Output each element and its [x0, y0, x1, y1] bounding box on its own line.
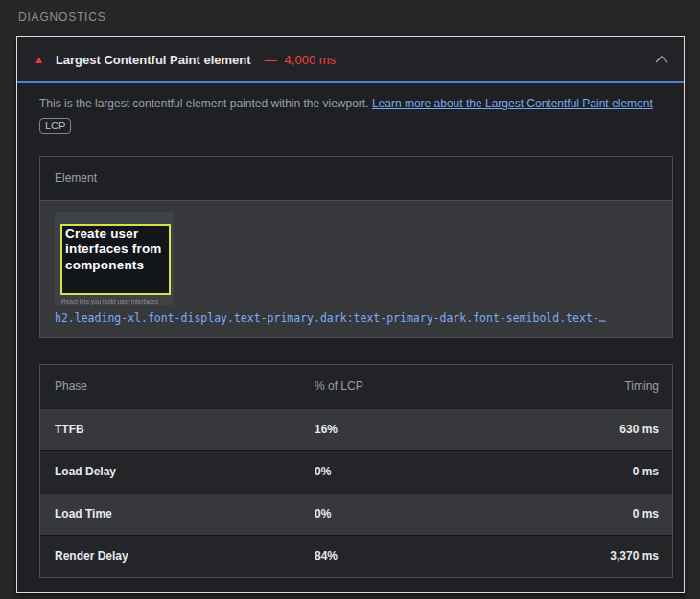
- table-row-load-time: Load Time 0% 0 ms: [40, 493, 672, 535]
- column-header-percent: % of LCP: [315, 380, 624, 393]
- element-preview-text: Create user interfaces from components: [65, 226, 166, 275]
- lcp-term-badge: LCP: [39, 118, 71, 134]
- learn-more-link[interactable]: Learn more about the Largest Contentful …: [372, 97, 653, 110]
- element-highlight-box: Create user interfaces from components: [60, 224, 171, 295]
- column-header-timing: Timing: [624, 380, 672, 393]
- element-css-selector[interactable]: h2.leading-xl.font-display.text-primary.…: [55, 311, 658, 325]
- element-preview-subtext: React lets you build user interfaces: [61, 298, 174, 305]
- element-screenshot-preview: Create user interfaces from components R…: [55, 212, 174, 305]
- phase-percent: 0%: [315, 465, 633, 478]
- table-row-load-delay: Load Delay 0% 0 ms: [40, 450, 672, 493]
- table-row-ttfb: TTFB 16% 630 ms: [40, 408, 672, 450]
- warning-triangle-icon: ▲: [34, 55, 44, 65]
- table-header-row: Phase % of LCP Timing: [40, 365, 672, 408]
- phase-label: Render Delay: [55, 549, 315, 563]
- phase-percent: 16%: [315, 423, 619, 436]
- diagnostics-section-title: DIAGNOSTICS: [18, 11, 105, 24]
- chevron-up-icon[interactable]: [655, 56, 668, 63]
- phase-timing: 630 ms: [619, 423, 672, 436]
- table-row-render-delay: Render Delay 84% 3,370 ms: [40, 535, 672, 577]
- lcp-insight-card: ▲ Largest Contentful Paint element — 4,0…: [16, 36, 685, 593]
- metric-dash: —: [265, 53, 277, 67]
- lcp-card-header[interactable]: ▲ Largest Contentful Paint element — 4,0…: [17, 37, 684, 83]
- phase-timing: 3,370 ms: [610, 549, 672, 563]
- element-section-body: Create user interfaces from components R…: [40, 201, 672, 337]
- element-section: Element Create user interfaces from comp…: [39, 156, 673, 338]
- element-section-header: Element: [40, 157, 672, 201]
- phase-percent: 84%: [315, 549, 610, 563]
- description: This is the largest contentful element p…: [39, 95, 673, 113]
- phase-timing: 0 ms: [633, 465, 672, 478]
- description-text: This is the largest contentful element p…: [39, 97, 369, 110]
- lcp-phases-table: Phase % of LCP Timing TTFB 16% 630 ms Lo…: [39, 364, 673, 578]
- phase-percent: 0%: [315, 507, 633, 520]
- phase-label: TTFB: [55, 423, 315, 436]
- lcp-metric: — 4,000 ms: [265, 53, 336, 67]
- metric-value: 4,000 ms: [285, 53, 336, 67]
- column-header-phase: Phase: [55, 380, 315, 393]
- phase-label: Load Time: [55, 507, 315, 520]
- card-body: This is the largest contentful element p…: [17, 83, 684, 578]
- phase-label: Load Delay: [55, 465, 315, 478]
- phase-timing: 0 ms: [633, 507, 672, 520]
- card-title: Largest Contentful Paint element: [56, 53, 251, 67]
